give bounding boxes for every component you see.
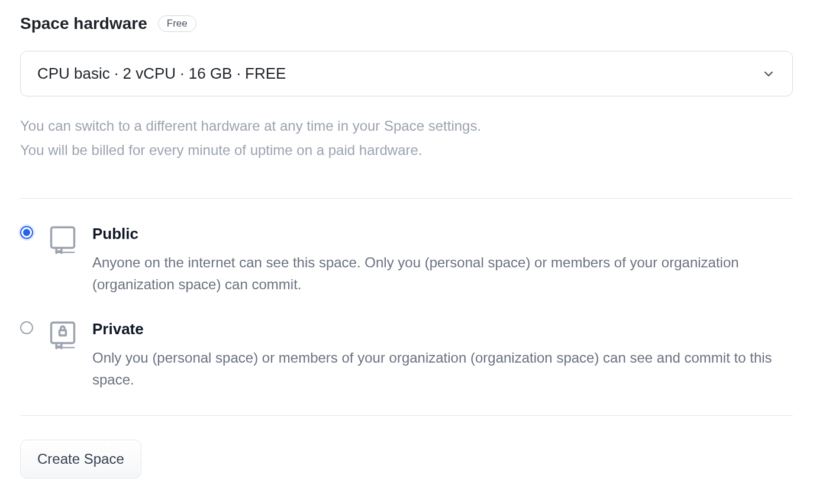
free-badge: Free <box>158 15 196 32</box>
hardware-select-value: CPU basic · 2 vCPU · 16 GB · FREE <box>37 64 286 83</box>
create-space-button[interactable]: Create Space <box>20 440 141 479</box>
hardware-select[interactable]: CPU basic · 2 vCPU · 16 GB · FREE <box>20 51 793 96</box>
book-lock-icon <box>47 320 78 351</box>
private-title: Private <box>92 320 793 338</box>
hardware-hint-line1: You can switch to a different hardware a… <box>20 114 793 138</box>
visibility-option-private[interactable]: Private Only you (personal space) or mem… <box>20 320 793 390</box>
public-desc: Anyone on the internet can see this spac… <box>92 251 793 295</box>
hardware-section-header: Space hardware Free <box>20 14 793 33</box>
section-divider <box>20 198 793 199</box>
chevron-down-icon <box>762 67 776 81</box>
visibility-option-public[interactable]: Public Anyone on the internet can see th… <box>20 225 793 295</box>
section-divider-2 <box>20 415 793 416</box>
hardware-hint: You can switch to a different hardware a… <box>20 114 793 163</box>
hardware-title: Space hardware <box>20 14 147 33</box>
book-public-icon <box>47 225 78 256</box>
radio-private[interactable] <box>20 321 33 334</box>
private-desc: Only you (personal space) or members of … <box>92 347 793 390</box>
hardware-hint-line2: You will be billed for every minute of u… <box>20 138 793 163</box>
radio-public[interactable] <box>20 226 33 239</box>
public-title: Public <box>92 225 793 243</box>
svg-rect-0 <box>51 227 75 248</box>
